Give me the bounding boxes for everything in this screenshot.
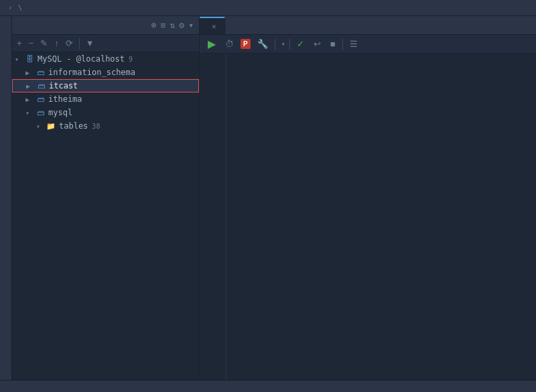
- status-bar: [0, 380, 536, 392]
- timer-button[interactable]: ⏱: [222, 38, 237, 50]
- sidebar-item-tables[interactable]: ▾ 📁 tables 38: [12, 119, 199, 133]
- tab-bar: ✕: [200, 16, 536, 35]
- sidebar: ⊕ ≡ ⇅ ⚙ ▾ + − ✎ ↑ ⟳ ▼ ▾ 🗄 MySQL - @local…: [12, 16, 200, 380]
- expand-arrow: ▶: [25, 69, 35, 76]
- dropdown-icon[interactable]: ▾: [188, 20, 194, 30]
- right-panel: ✕ ▶ ⏱ P 🔧 ▾ ✓ ↩ ■ ☰: [200, 16, 536, 380]
- commit-button[interactable]: ✓: [294, 38, 307, 50]
- expand-arrow: ▶: [26, 82, 36, 90]
- tables-label: tables: [59, 121, 88, 131]
- database-vertical-tab[interactable]: [0, 16, 12, 380]
- sidebar-item-itcast[interactable]: ▶ 🗃 itcast: [12, 79, 199, 92]
- breadcrumb-sep-2: \: [18, 3, 23, 12]
- expand-arrow: ▾: [25, 109, 35, 117]
- config-button[interactable]: 🔧: [255, 38, 271, 50]
- schema-icon: 🗃: [35, 94, 46, 105]
- remove-button[interactable]: −: [27, 37, 36, 50]
- sidebar-header: ⊕ ≡ ⇅ ⚙ ▾: [12, 16, 199, 35]
- add-connection-button[interactable]: +: [15, 37, 24, 50]
- line-numbers: [200, 54, 226, 380]
- expand-arrow: ▾: [15, 56, 24, 63]
- toolbar-sep-3: [342, 39, 343, 50]
- tx-dropdown-icon[interactable]: ▾: [281, 40, 285, 48]
- sidebar-item-information-schema[interactable]: ▶ 🗃 information_schema: [12, 66, 199, 79]
- sidebar-item-itheima[interactable]: ▶ 🗃 itheima: [12, 92, 199, 106]
- database-tab-label: [5, 16, 7, 27]
- toolbar-sep-2: [289, 39, 290, 50]
- sync-icon[interactable]: ⊕: [151, 20, 157, 30]
- itcast-label: itcast: [49, 81, 78, 90]
- sidebar-item-mysql-localhost[interactable]: ▾ 🗄 MySQL - @localhost 9: [12, 52, 199, 66]
- itheima-label: itheima: [48, 94, 82, 104]
- filter-button[interactable]: ▼: [84, 37, 96, 50]
- output-button[interactable]: ☰: [347, 38, 360, 50]
- sidebar-item-mysql[interactable]: ▾ 🗃 mysql: [12, 106, 199, 119]
- code-content[interactable]: [226, 54, 536, 380]
- tab-close-icon[interactable]: ✕: [212, 22, 216, 31]
- rollback-button[interactable]: ↩: [311, 38, 324, 50]
- breadcrumb-sep-1: ›: [8, 3, 13, 12]
- run-button[interactable]: ▶: [205, 36, 218, 52]
- stop-button[interactable]: ■: [328, 38, 338, 50]
- refresh-button[interactable]: ⟳: [64, 37, 75, 50]
- sidebar-tree: ▾ 🗄 MySQL - @localhost 9 ▶ 🗃 information…: [12, 52, 199, 380]
- arrows-icon[interactable]: ⇅: [170, 20, 176, 30]
- folder-icon: 📁: [46, 121, 56, 131]
- p-button[interactable]: P: [241, 39, 251, 49]
- sort-icon[interactable]: ≡: [161, 20, 166, 30]
- tx-label: ▾: [279, 40, 285, 48]
- settings-icon[interactable]: ⚙: [179, 20, 184, 30]
- mysql-badge: 9: [129, 56, 133, 63]
- mysql-localhost-label: MySQL - @localhost: [38, 54, 125, 64]
- information-schema-label: information_schema: [48, 68, 135, 77]
- tab-console2[interactable]: ✕: [200, 17, 225, 34]
- schema-icon: 🗃: [36, 80, 46, 91]
- sidebar-toolbar: + − ✎ ↑ ⟳ ▼: [12, 35, 199, 52]
- toolbar-separator: [79, 38, 80, 49]
- expand-arrow: ▶: [25, 96, 35, 103]
- expand-arrow: ▾: [36, 123, 46, 130]
- edit-button[interactable]: ✎: [38, 37, 50, 50]
- tables-badge: 38: [92, 123, 100, 130]
- editor-toolbar: ▶ ⏱ P 🔧 ▾ ✓ ↩ ■ ☰: [200, 35, 536, 54]
- mysql-label: mysql: [48, 108, 72, 117]
- toolbar-sep-1: [275, 39, 275, 50]
- schema-icon: 🗃: [35, 107, 46, 118]
- code-editor[interactable]: [200, 54, 536, 380]
- sidebar-header-icons: ⊕ ≡ ⇅ ⚙ ▾: [151, 20, 194, 30]
- schema-icon: 🗃: [35, 67, 46, 78]
- breadcrumb: › \: [0, 0, 536, 16]
- up-button[interactable]: ↑: [52, 37, 61, 50]
- db-icon: 🗄: [24, 54, 35, 64]
